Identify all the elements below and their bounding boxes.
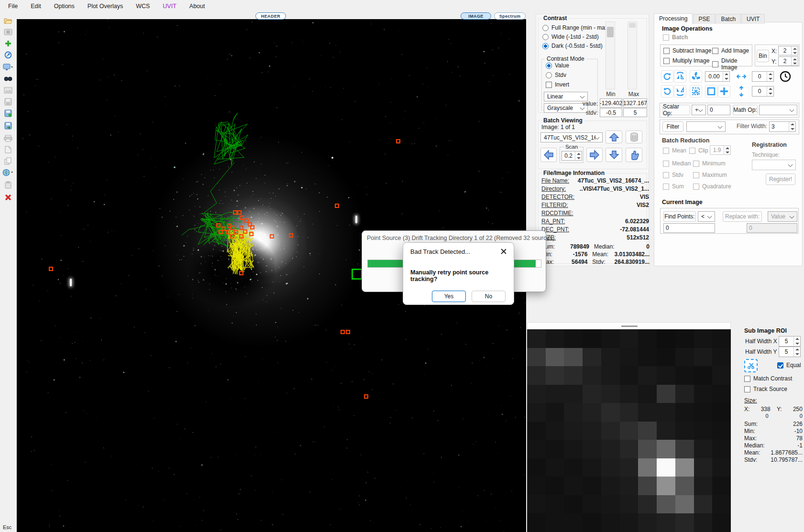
batch-checkbox[interactable]: Batch xyxy=(663,34,688,41)
menu-about[interactable]: About xyxy=(187,2,207,11)
minimum-checkbox[interactable]: Minimum xyxy=(693,160,726,167)
roi-selection-box[interactable] xyxy=(352,269,363,280)
find-value-input[interactable]: 0 xyxy=(663,223,715,233)
value-max-field[interactable]: 1327.167 xyxy=(623,98,647,108)
stdv-max-field[interactable]: 5 xyxy=(623,108,647,117)
sub-image-window-grip[interactable] xyxy=(527,322,731,329)
mode-stdv[interactable]: Stdv xyxy=(546,72,566,78)
scalar-op-select[interactable]: + xyxy=(692,105,706,115)
mean-checkbox[interactable]: Mean xyxy=(663,147,686,154)
spinner-arrows[interactable] xyxy=(793,337,800,346)
scale-select[interactable]: Linear xyxy=(544,92,588,101)
next-image-button[interactable] xyxy=(586,148,603,162)
replace-value-input[interactable]: 0 xyxy=(747,223,797,233)
spinner-arrows[interactable] xyxy=(724,146,730,154)
bin-y-spinner[interactable]: 2 xyxy=(778,56,798,66)
rotate-ccw-button[interactable] xyxy=(661,85,673,98)
maximum-checkbox[interactable]: Maximum xyxy=(693,172,727,178)
multiply-image-checkbox[interactable]: Multiply Image xyxy=(663,57,709,64)
header-button[interactable]: HEADER xyxy=(255,12,286,20)
spinner-arrows[interactable] xyxy=(789,122,795,131)
max-slider[interactable] xyxy=(628,22,637,89)
menu-wcs[interactable]: WCS xyxy=(134,2,152,11)
contrast-option-full-range[interactable]: Full Range (min - max) xyxy=(542,24,610,31)
min-slider-thumb[interactable] xyxy=(607,27,614,37)
prev-image-button[interactable] xyxy=(540,148,557,162)
shift-x-spinner[interactable]: 0 xyxy=(752,71,774,82)
clipboard-icon[interactable] xyxy=(2,180,14,190)
radio-icon[interactable] xyxy=(542,25,549,31)
radio-icon[interactable] xyxy=(542,43,549,49)
yes-button[interactable]: Yes xyxy=(432,291,466,302)
rotate-cw-button[interactable] xyxy=(661,70,673,83)
math-op-button[interactable]: Math Op: xyxy=(733,105,758,115)
checkbox-icon[interactable] xyxy=(693,161,699,167)
spinner-arrows[interactable] xyxy=(791,57,798,65)
spinner-arrows[interactable] xyxy=(793,347,800,357)
stdv-checkbox[interactable]: Stdv xyxy=(663,172,683,178)
menu-options[interactable]: Options xyxy=(52,2,77,11)
tab-uvit[interactable]: UVIT xyxy=(741,14,765,24)
crop-button[interactable] xyxy=(690,85,702,98)
filter-button[interactable]: Filter xyxy=(662,121,683,132)
rotate-angle-spinner[interactable]: 0.00 xyxy=(705,71,730,82)
close-icon[interactable] xyxy=(499,247,508,256)
radio-icon[interactable] xyxy=(546,72,552,78)
close-icon[interactable] xyxy=(2,192,14,203)
add-image-checkbox[interactable]: Add Image xyxy=(712,47,749,54)
scan-step-spinner[interactable]: 0.2 xyxy=(562,151,582,161)
technique-select[interactable] xyxy=(752,160,796,170)
flip-vertical-button[interactable] xyxy=(674,85,686,98)
checkbox-icon[interactable] xyxy=(546,82,552,88)
flip-horizontal-button[interactable] xyxy=(674,70,686,83)
contrast-option-dark[interactable]: Dark (-0.5std - 5std) xyxy=(542,43,603,49)
crop-roi-button[interactable] xyxy=(744,359,758,372)
save-disabled-icon[interactable] xyxy=(2,97,14,107)
track-source-checkbox[interactable]: Track Source xyxy=(744,386,787,392)
menu-file[interactable]: File xyxy=(6,2,20,11)
box-select-button[interactable] xyxy=(705,85,717,98)
half-width-x-spinner[interactable]: 5 xyxy=(779,336,801,347)
menu-uvit[interactable]: UVIT xyxy=(161,2,178,11)
tab-batch[interactable]: Batch xyxy=(716,14,741,24)
shift-y-spinner[interactable]: 0 xyxy=(752,86,774,97)
open-folder-icon[interactable] xyxy=(2,15,14,26)
checkbox-icon[interactable] xyxy=(663,148,669,154)
down-arrow-button[interactable] xyxy=(606,148,622,162)
contrast-option-wide[interactable]: Wide (-1std - 2std) xyxy=(542,33,599,40)
spinner-arrows[interactable] xyxy=(791,46,798,55)
find-points-button[interactable]: Find Points: xyxy=(663,211,696,222)
filter-select[interactable] xyxy=(686,121,726,132)
save-icon[interactable] xyxy=(2,108,14,119)
rotate-angle-button[interactable] xyxy=(690,70,702,83)
checkbox-icon[interactable] xyxy=(689,148,695,154)
add-icon[interactable] xyxy=(2,38,14,49)
stdv-min-field[interactable]: -0.5 xyxy=(600,108,622,117)
checkbox-icon[interactable] xyxy=(663,184,669,190)
checkbox-icon[interactable] xyxy=(693,172,699,178)
batch-file-select[interactable]: 47Tuc_VIS_VIS2_166 xyxy=(540,132,603,142)
checkbox-icon[interactable] xyxy=(777,362,783,369)
half-width-y-spinner[interactable]: 5 xyxy=(779,347,801,357)
checkbox-icon[interactable] xyxy=(712,61,718,67)
checkbox-icon[interactable] xyxy=(663,172,669,178)
max-slider-thumb[interactable] xyxy=(629,23,636,28)
checkbox-icon[interactable] xyxy=(663,58,670,64)
save-as-icon[interactable] xyxy=(2,120,14,131)
copy-icon[interactable] xyxy=(2,156,14,166)
clip-spinner[interactable]: 1.9 xyxy=(710,145,731,155)
sum-checkbox[interactable]: Sum xyxy=(663,183,684,190)
screenshot-icon[interactable] xyxy=(2,27,14,37)
compass-icon[interactable] xyxy=(2,50,14,60)
radio-icon[interactable] xyxy=(546,63,552,69)
spinner-arrows[interactable] xyxy=(575,152,582,160)
sub-image-pixel-view[interactable] xyxy=(527,329,731,532)
bin-x-spinner[interactable]: 2 xyxy=(778,46,798,55)
match-contrast-checkbox[interactable]: Match Contrast xyxy=(744,375,792,382)
display-settings-icon[interactable] xyxy=(2,62,14,73)
image-tab[interactable]: IMAGE xyxy=(461,12,491,20)
shift-y-button[interactable] xyxy=(735,85,748,98)
radio-icon[interactable] xyxy=(542,34,549,40)
checkbox-icon[interactable] xyxy=(663,161,669,167)
find-icon[interactable] xyxy=(2,74,14,84)
